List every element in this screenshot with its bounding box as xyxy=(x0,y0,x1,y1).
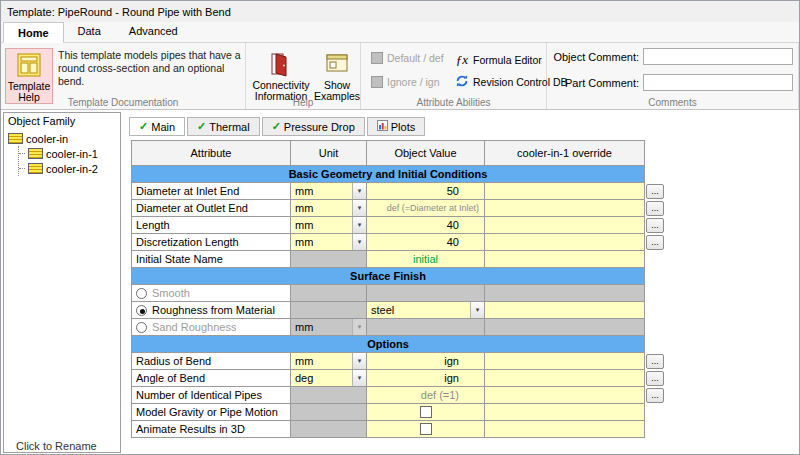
value-cell[interactable] xyxy=(367,421,485,438)
tab-main[interactable]: ✓ Main xyxy=(129,117,185,136)
value-cell[interactable]: steel▾ xyxy=(367,302,485,319)
attribute-row: Number of Identical Pipesdef (=1)... xyxy=(131,387,665,404)
ellipsis-button[interactable]: ... xyxy=(646,235,664,250)
template-help-button[interactable]: Template Help xyxy=(5,48,53,104)
attribute-row: Radius of Bendmm▾ign... xyxy=(131,353,665,370)
tab-pressure-drop[interactable]: ✓ Pressure Drop xyxy=(262,117,365,136)
override-cell[interactable] xyxy=(485,353,645,370)
checkbox-unchecked[interactable] xyxy=(420,406,432,418)
override-cell[interactable] xyxy=(485,183,645,200)
attribute-row: Lengthmm▾40... xyxy=(131,217,665,234)
default-def-item: Default / def xyxy=(371,52,444,64)
tab-thermal[interactable]: ✓ Thermal xyxy=(187,117,260,136)
unit-cell[interactable]: mm▾ xyxy=(291,200,367,217)
unit-cell: mm▾ xyxy=(291,319,367,336)
dropdown-arrow-icon[interactable]: ▾ xyxy=(352,200,366,216)
value-cell[interactable]: ign xyxy=(367,353,485,370)
ellipsis-button[interactable]: ... xyxy=(646,371,664,386)
dropdown-arrow-icon[interactable]: ▾ xyxy=(352,319,366,335)
unit-cell[interactable]: mm▾ xyxy=(291,234,367,251)
template-help-icon xyxy=(16,52,42,80)
row-action-slot xyxy=(645,302,665,319)
dropdown-arrow-icon[interactable]: ▾ xyxy=(352,353,366,369)
override-cell[interactable] xyxy=(485,200,645,217)
row-action-slot: ... xyxy=(645,234,665,251)
dropdown-arrow-icon[interactable]: ▾ xyxy=(470,302,484,318)
tree-node-cooler-in-1[interactable]: cooler-in-1 xyxy=(19,146,120,161)
value-cell[interactable]: def (=Diameter at Inlet) xyxy=(367,200,485,217)
unit-value: mm xyxy=(291,236,352,248)
tab-plots-label: Plots xyxy=(391,121,415,133)
value-cell[interactable]: ign xyxy=(367,370,485,387)
attribute-row: Sand Roughnessmm▾ xyxy=(131,319,665,336)
attribute-table: Attribute Unit Object Value cooler-in-1 … xyxy=(131,140,665,438)
ellipsis-button[interactable]: ... xyxy=(646,201,664,216)
unit-value: mm xyxy=(291,202,352,214)
checkbox-unchecked[interactable] xyxy=(420,423,432,435)
door-icon xyxy=(268,51,294,79)
override-cell[interactable] xyxy=(485,251,645,268)
override-cell[interactable] xyxy=(485,302,645,319)
group-label-template-documentation: Template Documentation xyxy=(1,97,245,108)
ellipsis-button[interactable]: ... xyxy=(646,388,664,403)
value-cell[interactable]: 40 xyxy=(367,217,485,234)
attribute-name-cell: Radius of Bend xyxy=(131,353,291,370)
override-cell xyxy=(485,319,645,336)
application-window: Template: PipeRound - Round Pipe with Be… xyxy=(0,0,800,455)
formula-editor-item[interactable]: ƒx Formula Editor xyxy=(455,52,542,68)
value-cell[interactable]: def (=1) xyxy=(367,387,485,404)
dropdown-arrow-icon[interactable]: ▾ xyxy=(352,370,366,386)
tab-plots[interactable]: Plots xyxy=(367,117,425,136)
override-cell[interactable] xyxy=(485,387,645,404)
ellipsis-button[interactable]: ... xyxy=(646,184,664,199)
tree-connector xyxy=(19,153,25,154)
value-cell xyxy=(367,319,485,336)
attribute-row: Model Gravity or Pipe Motion xyxy=(131,404,665,421)
override-cell[interactable] xyxy=(485,421,645,438)
unit-cell[interactable]: mm▾ xyxy=(291,217,367,234)
section-header-row: Options xyxy=(131,336,645,353)
radio-selected[interactable] xyxy=(136,305,147,316)
override-cell[interactable] xyxy=(485,217,645,234)
ellipsis-button[interactable]: ... xyxy=(646,354,664,369)
value-cell[interactable] xyxy=(367,404,485,421)
override-cell[interactable] xyxy=(485,370,645,387)
tab-advanced[interactable]: Advanced xyxy=(115,21,192,42)
attribute-label: Radius of Bend xyxy=(136,355,211,367)
tree-node-label: cooler-in-2 xyxy=(46,163,98,175)
column-header-object-value: Object Value xyxy=(367,140,485,166)
unit-cell[interactable]: mm▾ xyxy=(291,353,367,370)
object-comment-input[interactable] xyxy=(643,48,793,65)
table-header-row: Attribute Unit Object Value cooler-in-1 … xyxy=(131,140,665,166)
value-cell[interactable]: initial xyxy=(367,251,485,268)
attribute-row: Initial State Nameinitial xyxy=(131,251,665,268)
attribute-name-cell: Sand Roughness xyxy=(131,319,291,336)
radio-unselected[interactable] xyxy=(136,322,147,333)
object-family-panel: Object Family cooler-in cooler-in-1 cool… xyxy=(3,112,121,453)
tab-home[interactable]: Home xyxy=(3,22,64,43)
attribute-name-cell: Discretization Length xyxy=(131,234,291,251)
unit-cell xyxy=(291,421,367,438)
tree-node-cooler-in[interactable]: cooler-in xyxy=(8,131,120,146)
dropdown-arrow-icon[interactable]: ▾ xyxy=(352,217,366,233)
ellipsis-button[interactable]: ... xyxy=(646,218,664,233)
radio-unselected[interactable] xyxy=(136,288,147,299)
dropdown-arrow-icon[interactable]: ▾ xyxy=(352,234,366,250)
object-comment-label: Object Comment: xyxy=(551,51,639,63)
value-cell[interactable]: 40 xyxy=(367,234,485,251)
value-text: steel xyxy=(367,304,470,316)
value-cell[interactable]: 50 xyxy=(367,183,485,200)
object-comment-row: Object Comment: xyxy=(551,48,790,65)
part-comment-input[interactable] xyxy=(643,74,793,91)
override-cell[interactable] xyxy=(485,404,645,421)
unit-cell xyxy=(291,302,367,319)
dropdown-arrow-icon[interactable]: ▾ xyxy=(352,183,366,199)
unit-cell[interactable]: deg▾ xyxy=(291,370,367,387)
tab-data[interactable]: Data xyxy=(64,21,115,42)
override-cell[interactable] xyxy=(485,234,645,251)
attribute-label: Sand Roughness xyxy=(152,321,236,333)
tree-node-cooler-in-2[interactable]: cooler-in-2 xyxy=(19,161,120,176)
unit-cell[interactable]: mm▾ xyxy=(291,183,367,200)
default-label: Default / def xyxy=(387,52,444,64)
group-label-comments: Comments xyxy=(547,97,798,108)
